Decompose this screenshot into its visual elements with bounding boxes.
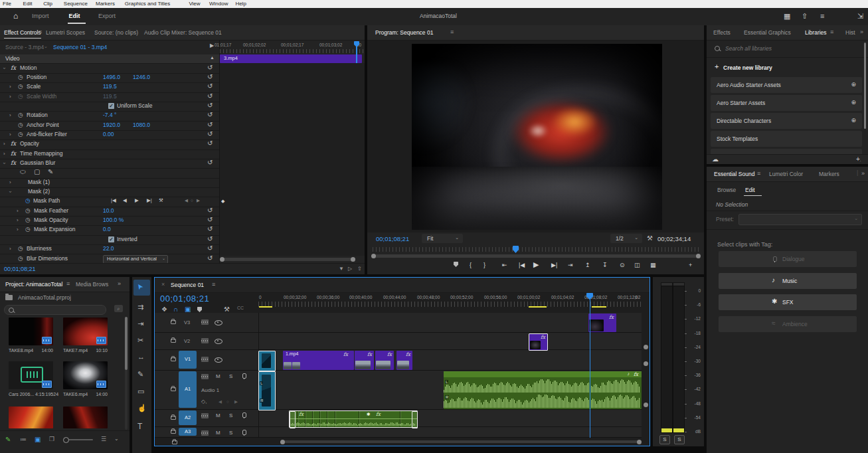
- stopwatch-icon[interactable]: ◷: [25, 217, 31, 223]
- param-value[interactable]: 1920.0: [103, 122, 120, 128]
- tab-lumetri-color[interactable]: Lumetri Color: [769, 167, 803, 181]
- pen-tool[interactable]: ✎: [137, 370, 143, 379]
- twirl-icon[interactable]: ›: [9, 112, 11, 118]
- libraries-scrollbar[interactable]: [864, 43, 866, 129]
- sync-lock-icon[interactable]: [201, 319, 209, 325]
- tag-button-sfx[interactable]: ✱SFX: [719, 294, 857, 310]
- ec-clip-bar[interactable]: 3.mp4: [220, 54, 362, 63]
- ripple-edit-tool[interactable]: ⇥: [137, 319, 143, 328]
- twirl-icon[interactable]: ›: [9, 94, 11, 100]
- reset-parameter-icon[interactable]: ↺: [207, 225, 213, 232]
- stopwatch-icon[interactable]: ◷: [18, 245, 23, 252]
- tab-hist[interactable]: Hist: [845, 25, 855, 40]
- track-header-a2[interactable]: A2MS: [155, 410, 259, 426]
- linked-selection-icon[interactable]: ▣: [185, 306, 191, 313]
- tab-markers[interactable]: Markers: [819, 167, 839, 181]
- ellipse-mask-icon[interactable]: ⬭: [20, 168, 26, 176]
- library-item[interactable]: Stock Templates: [711, 131, 862, 147]
- menu-graphics-and-titles[interactable]: Graphics and Titles: [125, 0, 170, 8]
- next-keyframe-icon[interactable]: ▶: [197, 198, 200, 203]
- clip-v1-teal[interactable]: [258, 351, 276, 371]
- menu-sequence[interactable]: Sequence: [64, 0, 88, 8]
- track-header-a1[interactable]: A1MSAudio 1◇,◀○▶: [155, 371, 259, 409]
- button-editor-icon[interactable]: +: [689, 262, 692, 268]
- twirl-icon[interactable]: ›: [1, 67, 7, 69]
- reset-parameter-icon[interactable]: ↺: [207, 235, 213, 242]
- ec-row-mask-expansion[interactable]: ›◷Mask Expansion0.0↺: [0, 225, 219, 235]
- voiceover-mic-icon[interactable]: [242, 412, 246, 418]
- prev-keyframe-icon[interactable]: ◀: [185, 198, 188, 203]
- reset-parameter-icon[interactable]: ↺: [207, 139, 213, 147]
- param-value[interactable]: 119.5: [103, 93, 117, 100]
- sync-lock-icon[interactable]: [201, 413, 209, 418]
- stopwatch-icon[interactable]: ◷: [25, 197, 31, 204]
- ec-row-gaussian-blur[interactable]: ›fxGaussian Blur↺: [0, 159, 219, 169]
- lock-icon[interactable]: [171, 320, 176, 324]
- next-keyframe-icon[interactable]: ▶: [234, 399, 238, 405]
- clip-v1-small[interactable]: fx: [355, 351, 374, 370]
- stopwatch-icon[interactable]: ◷: [18, 74, 23, 80]
- tab-essential-graphics[interactable]: Essential Graphics: [744, 25, 791, 40]
- hand-tool[interactable]: ☝: [137, 404, 147, 412]
- clip-v1-small[interactable]: fx: [396, 351, 412, 370]
- freeform-view-icon[interactable]: ❐: [49, 436, 54, 442]
- project-search-box[interactable]: [4, 305, 106, 315]
- reset-parameter-icon[interactable]: ↺: [207, 254, 213, 262]
- rect-mask-icon[interactable]: ▢: [34, 168, 40, 175]
- workspaces-grid-icon[interactable]: ▦: [784, 12, 790, 21]
- ec-row-mask-1-[interactable]: ›Mask (1): [0, 178, 219, 188]
- program-playhead-head[interactable]: [513, 246, 519, 253]
- home-icon[interactable]: ⌂: [13, 11, 18, 21]
- sync-lock-icon[interactable]: [201, 338, 209, 343]
- go-to-out-icon[interactable]: ⇥: [568, 262, 573, 268]
- mark-in-icon[interactable]: {: [470, 262, 472, 268]
- type-tool[interactable]: T: [137, 422, 142, 431]
- checkbox[interactable]: ✓: [108, 236, 114, 242]
- reset-parameter-icon[interactable]: ↺: [207, 102, 213, 109]
- menu-clip[interactable]: Clip: [43, 0, 52, 8]
- ec-source-tab[interactable]: Source - 3.mp4: [5, 44, 44, 50]
- lift-icon[interactable]: ↥: [585, 262, 590, 268]
- create-new-library-button[interactable]: + Create new library: [715, 62, 861, 73]
- twirl-icon[interactable]: ›: [3, 151, 5, 157]
- program-timecode[interactable]: 00;01;08;21: [376, 235, 409, 242]
- go-to-in-icon[interactable]: ⇤: [502, 262, 507, 268]
- reset-parameter-icon[interactable]: ↺: [207, 111, 213, 118]
- stopwatch-icon[interactable]: ◷: [18, 83, 23, 90]
- lock-icon[interactable]: [171, 416, 176, 420]
- toggle-output-eye-icon[interactable]: [215, 339, 222, 344]
- ec-h-scrollbar[interactable]: [221, 258, 354, 261]
- param-value[interactable]: 119.5: [103, 83, 117, 90]
- voiceover-mic-icon[interactable]: [242, 430, 246, 435]
- reset-parameter-icon[interactable]: ↺: [207, 82, 213, 90]
- ec-row-opacity[interactable]: ›fxOpacity↺: [0, 139, 219, 149]
- stopwatch-icon[interactable]: ◷: [18, 255, 23, 262]
- param-value[interactable]: 1080.0: [133, 122, 150, 128]
- tag-button-music[interactable]: ♪Music: [719, 273, 857, 289]
- param-value[interactable]: 1496.0: [103, 74, 120, 80]
- keyframe-diamond[interactable]: ◆: [221, 199, 224, 204]
- project-clip-thumbnail[interactable]: [9, 361, 53, 389]
- twirl-icon[interactable]: ›: [9, 179, 11, 185]
- reset-parameter-icon[interactable]: ↺: [207, 216, 213, 223]
- play-proxies-icon[interactable]: ▷: [348, 266, 352, 272]
- ec-row-rotation[interactable]: ›◷Rotation-7.4 °↺: [0, 111, 219, 121]
- project-clip-thumbnail[interactable]: [63, 407, 108, 428]
- track-target-a1[interactable]: A1: [179, 371, 197, 408]
- tab-lumetri-scopes[interactable]: Lumetri Scopes: [46, 25, 85, 40]
- mark-out-icon[interactable]: }: [483, 262, 485, 268]
- param-value[interactable]: 10.0: [103, 207, 114, 214]
- add-keyframe-icon[interactable]: ◇,: [201, 399, 207, 405]
- stack-menu-icon[interactable]: ≡: [820, 12, 824, 20]
- tab-essential-sound[interactable]: Essential Sound: [714, 167, 754, 181]
- lock-icon[interactable]: [171, 430, 176, 434]
- subtab-browse[interactable]: Browse: [717, 187, 736, 193]
- sync-lock-icon[interactable]: [201, 374, 209, 379]
- close-icon[interactable]: ×: [161, 281, 165, 288]
- reset-parameter-icon[interactable]: ↺: [207, 92, 213, 100]
- razor-tool[interactable]: ✂: [137, 336, 143, 345]
- step-forward-icon[interactable]: ▶|: [551, 262, 557, 268]
- ec-row-mask-2-[interactable]: ›Mask (2): [0, 187, 219, 197]
- more-panels-icon[interactable]: »: [861, 170, 865, 177]
- slip-tool[interactable]: ↔: [137, 353, 145, 361]
